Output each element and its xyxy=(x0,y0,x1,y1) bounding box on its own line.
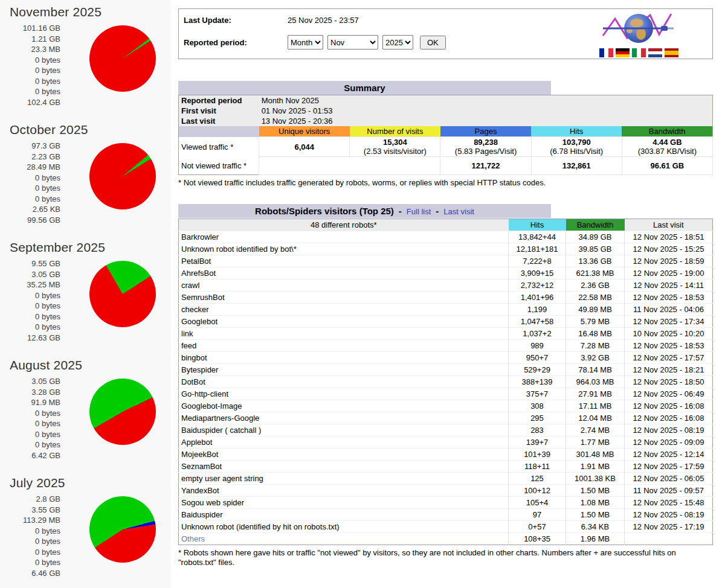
month-value: 99.56 GB xyxy=(0,215,60,226)
robot-bandwidth: 1.77 MB xyxy=(566,436,625,449)
summary-info-value: Month Nov 2025 xyxy=(259,95,713,106)
robots-title: Robots/Spiders visitors (Top 25) xyxy=(255,206,394,216)
robot-name: Bytespider xyxy=(179,364,509,376)
summary-col-unique-visitors: Unique visitors xyxy=(259,126,350,137)
robots-col-name: 48 different robots* xyxy=(179,219,509,231)
month-values: 97.3 GB2.23 GB28.49 MB0 bytes0 bytes0 by… xyxy=(0,141,60,225)
robot-bandwidth: 49.89 MB xyxy=(566,304,625,316)
robot-name: empty user agent string xyxy=(179,473,509,485)
robot-last-visit: 12 Nov 2025 - 17:34 xyxy=(625,316,713,328)
robot-bandwidth: 12.04 MB xyxy=(566,412,625,424)
robot-last-visit: 12 Nov 2025 - 16:08 xyxy=(625,400,713,412)
table-row: Unknown robot (identified by hit on robo… xyxy=(179,521,713,533)
robot-name: Sogou web spider xyxy=(179,497,509,509)
table-row: bingbot 950+7 3.92 GB 12 Nov 2025 - 17:5… xyxy=(179,352,713,364)
robot-hits: 3,909+15 xyxy=(509,267,566,280)
robot-name: YandexBot xyxy=(179,485,509,497)
viewed-value: 6,044 xyxy=(294,142,314,152)
robots-col-bandwidth: Bandwidth xyxy=(566,219,625,231)
table-row: link 1,037+2 16.48 MB 10 Nov 2025 - 10:2… xyxy=(179,328,713,340)
robot-bandwidth: 1.08 MB xyxy=(566,497,625,509)
month-value: 0 bytes xyxy=(0,65,60,76)
robot-name: Others xyxy=(179,533,509,545)
table-row: SemrushBot 1,401+96 22.58 MB 12 Nov 2025… xyxy=(179,292,713,304)
bandwidth-pie-chart xyxy=(89,261,156,327)
summary-title: Summary xyxy=(344,83,385,93)
period-month-select[interactable]: Nov xyxy=(327,35,378,50)
flag-france-icon[interactable] xyxy=(599,48,613,57)
summary-info-row: First visit01 Nov 2025 - 01:53 xyxy=(179,106,713,116)
month-value: 6.42 GB xyxy=(0,450,60,461)
robot-name: Googlebot xyxy=(179,316,509,328)
month-value: 9.55 GB xyxy=(0,258,60,269)
not-viewed-empty-cell xyxy=(259,157,440,175)
summary-title-bar: Summary xyxy=(178,81,551,95)
month-value: 0 bytes xyxy=(0,322,60,333)
table-row: MojeekBot 101+39 301.48 MB 12 Nov 2025 -… xyxy=(179,449,713,461)
robot-hits: 13,842+44 xyxy=(509,231,566,243)
robot-last-visit: 12 Nov 2025 - 08:19 xyxy=(625,509,713,521)
last-update-label: Last Update: xyxy=(184,16,288,25)
table-row: PetalBot 7,222+8 13.36 GB 12 Nov 2025 - … xyxy=(179,255,713,267)
table-row: YandexBot 100+12 1.50 MB 11 Nov 2025 - 0… xyxy=(179,485,713,497)
not-viewed-value: 96.61 GB xyxy=(651,161,685,170)
robot-hits: 108+35 xyxy=(509,533,566,545)
period-type-select[interactable]: Month xyxy=(288,35,323,50)
month-values: 3.05 GB3.28 GB91.9 MB0 bytes0 bytes0 byt… xyxy=(0,376,60,461)
flag-spain-icon[interactable] xyxy=(665,48,678,57)
separator: - xyxy=(436,206,439,216)
table-row: Unknown robot identified by bot\* 12,181… xyxy=(179,243,713,255)
robot-bandwidth: 1.50 MB xyxy=(566,509,625,521)
viewed-value: 89,238 xyxy=(474,138,498,147)
robot-last-visit: 12 Nov 2025 - 09:09 xyxy=(625,436,713,449)
month-value: 0 bytes xyxy=(0,173,60,184)
robot-name: Go-http-client xyxy=(179,388,509,400)
last-update-value: 25 Nov 2025 - 23:57 xyxy=(288,16,359,25)
robot-bandwidth: 22.58 MB xyxy=(566,292,625,304)
month-value: 0 bytes xyxy=(0,86,60,97)
not-viewed-traffic-label: Not viewed traffic * xyxy=(179,157,259,175)
viewed-value: 15,304 xyxy=(383,138,407,147)
viewed-unique-visitors-cell: 6,044 xyxy=(259,137,350,157)
robot-name: bingbot xyxy=(179,352,509,364)
robot-name: Mediapartners-Google xyxy=(179,412,509,424)
month-values: 9.55 GB3.05 GB35.25 MB0 bytes0 bytes0 by… xyxy=(0,258,60,343)
robot-bandwidth: 27.91 MB xyxy=(566,388,625,400)
table-row: checker 1,199 49.89 MB 11 Nov 2025 - 04:… xyxy=(179,304,713,316)
robots-last-visit-link[interactable]: Last visit xyxy=(443,207,474,216)
month-value: 2.8 GB xyxy=(0,494,60,505)
ok-button[interactable]: OK xyxy=(420,36,446,50)
robot-hits: 7,222+8 xyxy=(509,255,566,267)
flag-italy-icon[interactable] xyxy=(632,48,646,57)
robot-last-visit: 12 Nov 2025 - 17:59 xyxy=(625,461,713,473)
robot-hits: 139+7 xyxy=(509,436,566,449)
robot-last-visit: 12 Nov 2025 - 17:19 xyxy=(625,521,713,533)
period-year-select[interactable]: 2025 xyxy=(382,35,413,50)
robot-hits: 118+11 xyxy=(509,461,566,473)
robot-name: link xyxy=(179,328,509,340)
robot-last-visit: 10 Nov 2025 - 10:20 xyxy=(625,328,713,340)
robot-last-visit: 12 Nov 2025 - 18:59 xyxy=(625,255,713,267)
robots-full-list-link[interactable]: Full list xyxy=(407,207,431,216)
robot-hits: 989 xyxy=(509,340,566,352)
robot-last-visit: 12 Nov 2025 - 16:08 xyxy=(625,412,713,424)
month-value: 12.63 GB xyxy=(0,333,60,344)
robot-name: Unknown robot identified by bot\* xyxy=(179,243,509,255)
table-row: Googlebot-Image 308 17.11 MB 12 Nov 2025… xyxy=(179,400,713,412)
robot-last-visit: 12 Nov 2025 - 18:21 xyxy=(625,364,713,376)
bandwidth-pie-chart xyxy=(89,25,156,92)
table-row: empty user agent string 125 1001.38 KB 1… xyxy=(179,473,713,485)
robots-col-hits: Hits xyxy=(509,219,566,231)
robot-hits: 97 xyxy=(509,509,566,521)
month-value: 0 bytes xyxy=(0,301,60,312)
month-value: 2.65 KB xyxy=(0,204,60,215)
robot-name: PetalBot xyxy=(179,255,509,267)
robot-bandwidth: 621.38 MB xyxy=(566,267,625,280)
not-viewed-value: 121,722 xyxy=(472,161,500,170)
month-block: November 2025 101.16 GB1.21 GB23.3 MB0 b… xyxy=(0,5,171,121)
flag-germany-icon[interactable] xyxy=(616,48,630,57)
flag-netherlands-icon[interactable] xyxy=(648,48,662,57)
month-value: 3.05 GB xyxy=(0,376,60,387)
robot-bandwidth: 34.89 GB xyxy=(566,231,625,243)
viewed-number-of-visits-cell: 15,304(2.53 visits/visitor) xyxy=(350,137,440,157)
